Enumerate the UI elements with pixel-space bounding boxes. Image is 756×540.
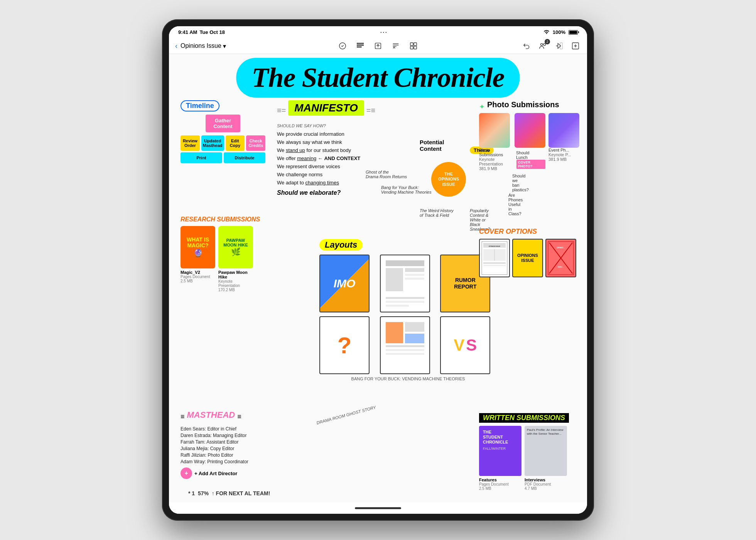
collaborators-icon[interactable]: 2 xyxy=(538,40,548,51)
toolbar-left: ‹ Opinions Issue ▾ xyxy=(175,42,274,50)
cover-options-section: COVER OPTIONS OPINION ISSUE xyxy=(479,228,579,277)
layout-vs[interactable]: V S xyxy=(440,316,490,374)
research-label: RESEARCH SUBMISSIONS xyxy=(181,216,265,223)
ghost-node: Ghost of theDrama Room Returns xyxy=(366,170,407,179)
timeline-section: Timeline Gather Content Review Order Upd… xyxy=(181,100,265,165)
svg-rect-9 xyxy=(414,46,417,49)
photo-3-name: Event Ph... xyxy=(548,148,579,152)
timeline-cell-distribute[interactable]: Distribute xyxy=(224,152,265,163)
manifesto-item-5: We represent diverse voices xyxy=(277,164,385,169)
timeline-cell-credits[interactable]: Check Credits xyxy=(246,135,265,151)
svg-text:ISSU...: ISSU... xyxy=(558,266,564,268)
zoom-indicator: * 1 57% ↑ FOR NEXT AL TEAM! xyxy=(188,490,270,496)
svg-rect-25 xyxy=(386,345,424,347)
question-mark: ? xyxy=(338,332,352,359)
share-icon[interactable] xyxy=(554,40,565,51)
layout-2[interactable] xyxy=(380,255,430,312)
layout-imo[interactable]: IMO xyxy=(319,255,370,312)
svg-rect-1 xyxy=(357,43,364,44)
manifesto-section: ≡= MANIFESTO =≡ SHOULD WE SAY HOW? We pr… xyxy=(277,100,385,196)
imo-text: IMO xyxy=(334,277,356,290)
svg-rect-2 xyxy=(357,45,364,46)
interviews-type: PDF Document xyxy=(525,482,567,486)
text-format-icon[interactable]: A xyxy=(390,40,401,51)
layout-5[interactable] xyxy=(380,316,430,374)
manifesto-item-3: We stand up for our student body xyxy=(277,147,385,153)
svg-rect-8 xyxy=(410,46,413,49)
timeline-row-1: Review Order Updated Masthead Edit Copy … xyxy=(181,135,265,151)
features-subtitle: FALL/WINTER xyxy=(483,447,518,451)
timeline-cell-edit[interactable]: Edit Copy xyxy=(226,135,245,151)
phones-node: Are PhonesUseful in Class? xyxy=(508,193,523,216)
svg-text:A: A xyxy=(393,46,395,49)
magic-doc[interactable]: WHAT IS MAGIC? 🔮 Magic_V2 Pages Document… xyxy=(181,226,215,292)
lines-icon[interactable] xyxy=(355,40,366,51)
svg-rect-23 xyxy=(405,322,424,332)
manifesto-item-2: We always say what we think xyxy=(277,139,385,145)
ipad-screen: 9:41 AM Tue Oct 18 ··· 100% ‹ Opinions I… xyxy=(169,26,587,514)
dropdown-icon: ▾ xyxy=(223,42,226,50)
written-row: THESTUDENTCHRONICLE FALL/WINTER Features… xyxy=(479,426,579,491)
svg-rect-18 xyxy=(405,278,424,280)
vs-v: V xyxy=(454,336,464,354)
svg-rect-16 xyxy=(405,268,424,272)
cover-opinions-issue-3[interactable]: OPINIO... ISSU... xyxy=(545,239,576,277)
pawpaw-type: Keynote Presentation xyxy=(218,279,253,288)
svg-text:OPINION ISSUE: OPINION ISSUE xyxy=(489,245,500,247)
photo-3-image xyxy=(548,113,579,148)
masthead-label: MASTHEAD xyxy=(187,410,235,420)
timeline-row-2: Print Distribute xyxy=(181,152,265,163)
document-title[interactable]: Opinions Issue ▾ xyxy=(181,42,226,50)
vending-node: Bang for Your Buck:Vending Machine Theor… xyxy=(381,185,431,194)
svg-rect-17 xyxy=(405,274,424,276)
interviews-doc[interactable]: Paul's Profile: An Interview with the Se… xyxy=(525,426,567,491)
upload-icon[interactable] xyxy=(373,40,383,51)
svg-rect-15 xyxy=(386,268,403,291)
magic-thumb: WHAT IS MAGIC? 🔮 xyxy=(181,226,215,268)
photo-thumb-2[interactable]: COVER PHOTO? xyxy=(515,113,545,171)
svg-rect-3 xyxy=(357,47,361,47)
chronicle-title: The Student Chronicle xyxy=(251,62,504,94)
canvas[interactable]: The Student Chronicle Timeline Gather Co… xyxy=(169,54,587,502)
pencil-circle-icon[interactable] xyxy=(337,40,348,51)
timeline-cell-review[interactable]: Review Order xyxy=(181,135,200,151)
back-button[interactable]: ‹ xyxy=(175,42,177,50)
masthead-item-2: Daren Estrada: Managing Editor xyxy=(181,433,277,438)
masthead-item-5: Raffi Jilizian: Photo Editor xyxy=(181,452,277,458)
photo-submissions-heading: Photo Submissions xyxy=(487,100,559,109)
features-name: Features xyxy=(479,478,521,482)
cover-opinion-issue[interactable]: OPINION ISSUE xyxy=(479,239,510,277)
track-node: The Weird Historyof Track & Field xyxy=(420,208,454,218)
timeline-cell-masthead[interactable]: Updated Masthead xyxy=(201,135,224,151)
manifesto-question: Should we elaborate? xyxy=(277,189,385,196)
status-left: 9:41 AM Tue Oct 18 xyxy=(178,29,225,35)
drama-room-note: DRAMA ROOM GHOST STORY xyxy=(316,405,376,425)
photo-grid-icon[interactable] xyxy=(408,40,419,51)
collab-count: 2 xyxy=(545,39,550,44)
cover-opinions-issue-2[interactable]: OPINIONSISSUE xyxy=(512,239,543,277)
zoom-level: 57% xyxy=(198,490,209,496)
title-text: Opinions Issue xyxy=(181,42,221,49)
timeline-cell-print[interactable]: Print xyxy=(181,152,222,163)
rumor-text: RUMORREPORT xyxy=(454,277,476,290)
battery-icon xyxy=(569,30,578,35)
pawpaw-thumb: PAWPAW MOON HIKE 🌿 xyxy=(218,226,253,268)
photo-row: Photo Submissions Keynote Presentation 3… xyxy=(479,113,579,171)
svg-rect-14 xyxy=(386,260,424,266)
undo-icon[interactable] xyxy=(521,40,532,51)
drama-note-text: DRAMA ROOM GHOST STORY xyxy=(316,405,376,425)
toolbar-right: 2 xyxy=(482,40,581,51)
edit-icon[interactable] xyxy=(570,40,581,51)
layout-question[interactable]: ? xyxy=(319,316,370,374)
features-title: THESTUDENTCHRONICLE xyxy=(483,430,518,445)
pawpaw-doc[interactable]: PAWPAW MOON HIKE 🌿 Pawpaw Moon Hike Keyn… xyxy=(218,226,253,292)
magic-icon: 🔮 xyxy=(184,248,212,258)
vs-s: S xyxy=(466,336,477,354)
photo-thumb-3[interactable]: Event Ph... Keynote P... 381.9 MB xyxy=(548,113,579,171)
photo-thumb-1[interactable]: Photo Submissions Keynote Presentation 3… xyxy=(479,113,511,171)
svg-rect-24 xyxy=(405,334,424,343)
page-number: * 1 xyxy=(188,490,195,496)
features-doc[interactable]: THESTUDENTCHRONICLE FALL/WINTER Features… xyxy=(479,426,521,491)
add-art-director-button[interactable]: + xyxy=(181,467,192,479)
magic-name: Magic_V2 xyxy=(181,270,215,275)
